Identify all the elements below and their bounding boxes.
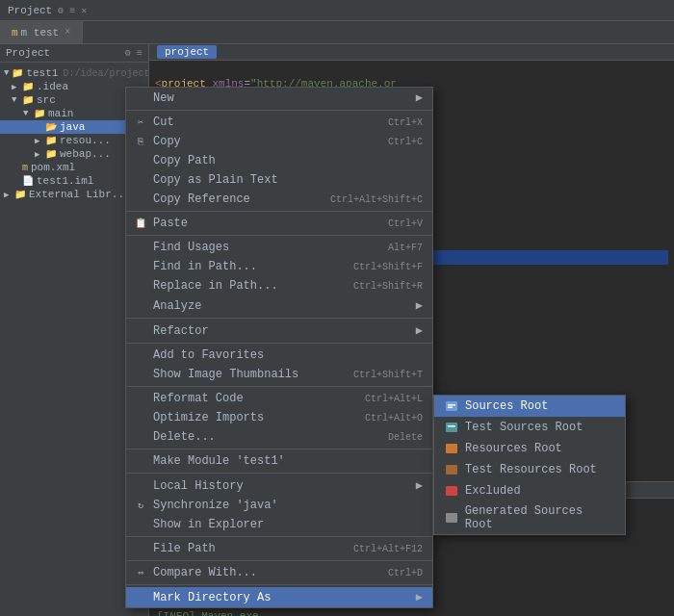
tree-label: main — [48, 108, 73, 119]
explorer-icon — [134, 518, 147, 531]
menu-item-localhistory[interactable]: Local History ▶ — [126, 475, 432, 496]
submenu-label: Generated Sources Root — [465, 504, 615, 531]
tab-bar: m m test × — [0, 21, 674, 44]
menu-item-copy[interactable]: ⎘ Copy Ctrl+C — [126, 132, 432, 151]
submenu-arrow: ▶ — [416, 478, 423, 493]
menu-item-imagethumbs[interactable]: Show Image Thumbnails Ctrl+Shift+T — [126, 365, 432, 384]
menu-label: Optimize Imports — [153, 411, 264, 424]
submenu-item-excluded[interactable]: Excluded — [434, 480, 625, 501]
tree-item-test1[interactable]: ▼ 📁 test1 D:/idea/projects/test1 — [0, 66, 148, 80]
editor-tab[interactable]: m m test × — [0, 21, 83, 43]
copyplain-icon — [134, 173, 147, 187]
tree-arrow: ▶ — [35, 136, 42, 146]
menu-separator — [126, 536, 432, 537]
tree-label: pom.xml — [31, 162, 75, 173]
context-menu: New ▶ ✂ Cut Ctrl+X ⎘ Copy Ctrl+C Copy Pa… — [125, 87, 433, 608]
svg-rect-2 — [448, 407, 453, 409]
menu-label: Delete... — [153, 430, 216, 444]
menu-item-analyze[interactable]: Analyze ▶ — [126, 295, 432, 316]
tab-close[interactable]: × — [65, 27, 70, 38]
cut-icon: ✂ — [134, 116, 147, 129]
submenu-item-testresources[interactable]: Test Resources Root — [434, 459, 625, 480]
submenu-label: Sources Root — [465, 399, 548, 413]
menu-item-addtofav[interactable]: Add to Favorites — [126, 346, 432, 365]
shortcut: Ctrl+Shift+T — [353, 370, 423, 380]
tree-path: D:/idea/projects/test1 — [63, 68, 149, 79]
menu-item-optimizeimports[interactable]: Optimize Imports Ctrl+Alt+O — [126, 408, 432, 427]
tree-label: java — [60, 121, 85, 133]
menu-item-filepath[interactable]: File Path Ctrl+Alt+F12 — [126, 539, 432, 558]
menu-item-comparewith[interactable]: ⇔ Compare With... Ctrl+D — [126, 563, 432, 582]
log-line: [INFO] Maven exe — [157, 608, 666, 616]
tree-arrow: ▶ — [4, 190, 12, 200]
menu-separator — [126, 473, 432, 474]
sync-icon: ↻ — [134, 499, 147, 512]
breadcrumb-item: project — [157, 45, 217, 59]
menu-label: Make Module 'test1' — [153, 454, 285, 468]
shortcut: Ctrl+X — [388, 117, 423, 128]
tab-label: m test — [21, 27, 60, 38]
new-icon — [134, 91, 147, 105]
menu-item-showinexplorer[interactable]: Show in Explorer — [126, 515, 432, 534]
optimize-icon — [134, 411, 147, 424]
module-icon — [134, 454, 147, 468]
file-icon: 📄 — [22, 175, 34, 187]
menu-item-replaceinpath[interactable]: Replace in Path... Ctrl+Shift+R — [126, 276, 432, 295]
menu-item-markdiras[interactable]: Mark Directory As ▶ — [126, 587, 432, 607]
tab-icon: m — [12, 27, 18, 38]
menu-item-cut[interactable]: ✂ Cut Ctrl+X — [126, 113, 432, 132]
submenu-item-testsources[interactable]: Test Sources Root — [434, 417, 625, 438]
menu-item-copypath[interactable]: Copy Path — [126, 151, 432, 170]
menu-item-delete[interactable]: Delete... Delete — [126, 427, 432, 447]
menu-item-makemodule[interactable]: Make Module 'test1' — [126, 451, 432, 471]
testsources-icon — [444, 420, 459, 435]
svg-rect-4 — [448, 425, 455, 427]
menu-label: Replace in Path... — [153, 279, 278, 293]
menu-item-syncjava[interactable]: ↻ Synchronize 'java' — [126, 496, 432, 515]
submenu-item-sources[interactable]: Sources Root — [434, 396, 625, 417]
sources-icon — [444, 398, 459, 414]
submenu-item-resources[interactable]: Resources Root — [434, 438, 625, 459]
menu-item-copyref[interactable]: Copy Reference Ctrl+Alt+Shift+C — [126, 190, 432, 209]
tree-arrow: ▼ — [23, 109, 31, 118]
tree-label: resou... — [60, 135, 111, 146]
tree-label: External Libr... — [29, 189, 131, 200]
menu-item-findinpath[interactable]: Find in Path... Ctrl+Shift+F — [126, 257, 432, 276]
svg-rect-5 — [446, 444, 457, 453]
tree-arrow: ▶ — [35, 149, 42, 160]
shortcut: Ctrl+Shift+F — [353, 262, 423, 272]
submenu-arrow: ▶ — [416, 298, 423, 313]
menu-label: Copy — [153, 135, 181, 148]
submenu-item-generated[interactable]: Generated Sources Root — [434, 501, 625, 534]
menu-label: Copy Path — [153, 154, 216, 167]
markdir-icon — [134, 591, 147, 604]
menu-item-paste[interactable]: 📋 Paste Ctrl+V — [126, 214, 432, 233]
menu-label: Local History — [153, 479, 244, 493]
filepath-icon — [134, 542, 147, 555]
shortcut: Alt+F7 — [388, 243, 423, 253]
paste-icon: 📋 — [134, 217, 147, 230]
tree-label: webap... — [60, 148, 111, 160]
menu-item-reformatcode[interactable]: Reformat Code Ctrl+Alt+L — [126, 389, 432, 408]
menu-label: Mark Directory As — [153, 591, 271, 604]
menu-item-copyplain[interactable]: Copy as Plain Text — [126, 170, 432, 190]
svg-rect-3 — [446, 423, 457, 432]
copypath-icon — [134, 154, 147, 167]
svg-rect-8 — [446, 513, 457, 523]
menu-label: Find Usages — [153, 241, 229, 254]
menu-item-refactor[interactable]: Refactor ▶ — [126, 321, 432, 341]
menu-item-findusages[interactable]: Find Usages Alt+F7 — [126, 238, 432, 257]
submenu-arrow: ▶ — [416, 590, 423, 604]
menu-label: Add to Favorites — [153, 348, 264, 362]
menu-separator — [126, 449, 432, 449]
generated-icon — [444, 510, 459, 526]
title-controls: ⚙ ≡ ✕ — [58, 5, 87, 16]
tree-label: test1.iml — [37, 175, 93, 187]
menu-label: Find in Path... — [153, 260, 257, 273]
submenu-label: Resources Root — [465, 442, 562, 455]
title-bar: Project ⚙ ≡ ✕ — [0, 0, 674, 21]
menu-separator — [126, 110, 432, 111]
menu-item-new[interactable]: New ▶ — [126, 88, 432, 108]
find-icon — [134, 241, 147, 254]
menu-separator — [126, 560, 432, 561]
